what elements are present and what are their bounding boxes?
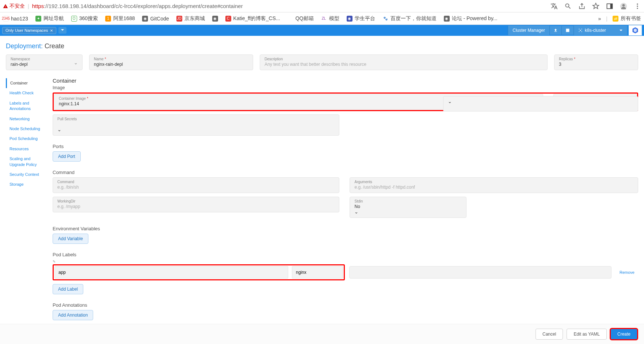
bookmark-item[interactable]: ZL模型: [321, 15, 339, 22]
sidebar-item-scaling-upgrade[interactable]: Scaling and Upgrade Policy: [6, 154, 49, 170]
svg-point-3: [622, 4, 625, 7]
create-button[interactable]: Create: [610, 329, 637, 340]
pod-annotations-section: Pod Annotations Add Annotation: [53, 302, 638, 320]
upload-button[interactable]: [549, 26, 561, 35]
footer-actions: Cancel Edit as YAML Create: [0, 324, 644, 344]
translate-icon[interactable]: [550, 3, 558, 10]
bookmark-item[interactable]: JD京东商城: [176, 15, 205, 22]
pod-label-highlight: [53, 264, 345, 280]
cluster-icon: [578, 28, 583, 33]
bookmark-item[interactable]: ✦网址导航: [35, 15, 64, 22]
name-input[interactable]: Name * nginx-rain-depl: [89, 54, 253, 70]
command-input[interactable]: Command e.g. /bin/sh: [53, 177, 339, 193]
all-bookmarks[interactable]: 📁所有书签: [613, 15, 641, 22]
svg-point-5: [637, 5, 638, 7]
sidebar-item-labels-annotations[interactable]: Labels and Annotations: [6, 98, 49, 114]
ports-section: Ports Add Port: [53, 144, 638, 162]
sidepanel-icon[interactable]: [606, 3, 613, 10]
url-path: ://192.168.198.14/dashboard/c/c-lrcc4/ex…: [44, 3, 243, 9]
warning-icon: [3, 4, 8, 9]
cancel-button[interactable]: Cancel: [536, 329, 563, 340]
bookmark-item[interactable]: 🐾百度一下，你就知道: [382, 15, 437, 22]
add-variable-button[interactable]: Add Variable: [53, 234, 88, 244]
chevron-down-icon: ⌄: [74, 60, 78, 65]
stdin-select[interactable]: Stdin No ⌄: [350, 197, 466, 218]
profile-icon[interactable]: [620, 3, 627, 10]
bookmarks-overflow[interactable]: »: [598, 16, 601, 22]
browser-address-bar: 不安全 | https://192.168.198.14/dashboard/c…: [0, 0, 644, 12]
add-label-button[interactable]: Add Label: [53, 284, 83, 294]
sidebar-item-pod-scheduling[interactable]: Pod Scheduling: [6, 134, 49, 144]
replicas-input[interactable]: Replicas * 3: [554, 54, 638, 70]
bookmark-item[interactable]: CKatie_ff的博客_CS...: [225, 15, 280, 22]
svg-point-6: [637, 8, 638, 9]
env-section: Environment Variables Add Variable: [53, 226, 638, 244]
chip-close-icon[interactable]: ×: [50, 28, 53, 33]
svg-rect-1: [610, 4, 613, 8]
chevron-down-icon: [619, 29, 623, 32]
pull-policy-select-overflow[interactable]: ⌄: [443, 96, 638, 111]
add-annotation-button[interactable]: Add Annotation: [53, 310, 93, 320]
bookmark-item[interactable]: 2345hao123: [3, 16, 28, 22]
top-fields-row: Namespace rain-depl ⌄ Name * nginx-rain-…: [0, 54, 644, 78]
bookmark-item[interactable]: ◉GitCode: [142, 16, 169, 22]
command-section: Command Command e.g. /bin/sh Arguments e…: [53, 170, 638, 218]
menu-icon[interactable]: [634, 3, 641, 10]
bookmark-item[interactable]: ◉学生平台: [347, 15, 375, 22]
sidebar-item-node-scheduling[interactable]: Node Scheduling: [6, 124, 49, 134]
cluster-selector[interactable]: k8s-cluster: [573, 26, 627, 35]
description-input[interactable]: Description Any text you want that bette…: [260, 54, 548, 70]
namespace-dropdown[interactable]: [58, 27, 66, 34]
star-icon[interactable]: [592, 3, 599, 10]
namespace-filter-chip[interactable]: Only User Namespaces ×: [2, 27, 56, 34]
sidebar-item-resources[interactable]: Resources: [6, 144, 49, 154]
namespace-select[interactable]: Namespace rain-depl ⌄: [6, 54, 83, 70]
insecure-badge: 不安全: [3, 3, 25, 10]
pod-label-key-input[interactable]: [54, 266, 288, 279]
chevron-down-icon: ⌄: [57, 127, 61, 132]
pod-label-extra: [349, 266, 611, 279]
container-section: Container Image Container Image * nginx:…: [53, 78, 638, 136]
bookmarks-bar: 2345hao123 ✦网址导航 O360搜索 1阿里1688 ◉GitCode…: [0, 12, 644, 25]
bookmark-item[interactable]: O360搜索: [71, 15, 98, 22]
chevron-down-icon: ⌄: [448, 99, 452, 104]
upload-icon: [553, 28, 558, 33]
svg-point-10: [579, 31, 579, 32]
svg-point-11: [581, 31, 582, 32]
svg-point-7: [580, 30, 581, 31]
sidebar-item-health-check[interactable]: Health Check: [6, 88, 49, 98]
kubernetes-icon[interactable]: [629, 25, 642, 35]
svg-point-8: [579, 29, 579, 30]
section-title: Container: [53, 78, 638, 84]
arguments-input[interactable]: Arguments e.g. /usr/sbin/httpd -f httpd.…: [350, 177, 638, 193]
edit-yaml-button[interactable]: Edit as YAML: [567, 329, 607, 340]
bookmark-item[interactable]: ◉论坛 - Powered by...: [444, 15, 498, 22]
remove-label-link[interactable]: Remove: [616, 270, 638, 275]
bookmark-item[interactable]: 1阿里1688: [105, 15, 135, 22]
chevron-down-icon: [61, 28, 64, 32]
terminal-icon: [565, 28, 570, 33]
image-subtitle: Image: [53, 85, 638, 90]
pod-label-value-input[interactable]: [292, 266, 343, 279]
url-display[interactable]: https://192.168.198.14/dashboard/c/c-lrc…: [32, 3, 243, 9]
chevron-down-icon: ⌄: [354, 209, 358, 215]
sidebar-item-container[interactable]: Container: [6, 78, 49, 88]
page-title: Deployment: Create: [0, 36, 644, 54]
sidebar: Container Health Check Labels and Annota…: [6, 78, 49, 344]
svg-point-4: [637, 3, 638, 4]
workingdir-input[interactable]: WorkingDir e.g. /myapp: [53, 197, 339, 212]
svg-point-9: [581, 29, 582, 30]
bookmark-item[interactable]: ◉: [212, 16, 218, 22]
app-header: Only User Namespaces × Cluster Manager k…: [0, 25, 644, 36]
pull-secrets-select[interactable]: Pull Secrets ⌄: [53, 114, 339, 136]
sidebar-item-networking[interactable]: Networking: [6, 114, 49, 124]
cluster-manager-button[interactable]: Cluster Manager: [508, 26, 549, 35]
share-icon[interactable]: [578, 3, 586, 10]
zoom-icon[interactable]: [564, 3, 572, 10]
sidebar-item-security-context[interactable]: Security Context: [6, 170, 49, 179]
add-port-button[interactable]: Add Port: [53, 151, 81, 162]
sidebar-item-storage[interactable]: Storage: [6, 179, 49, 189]
bookmark-item[interactable]: ✉QQ邮箱: [287, 15, 314, 22]
shell-button[interactable]: [561, 26, 573, 35]
pod-labels-section: Pod Labels ✎ Remove Add Label: [53, 252, 638, 294]
